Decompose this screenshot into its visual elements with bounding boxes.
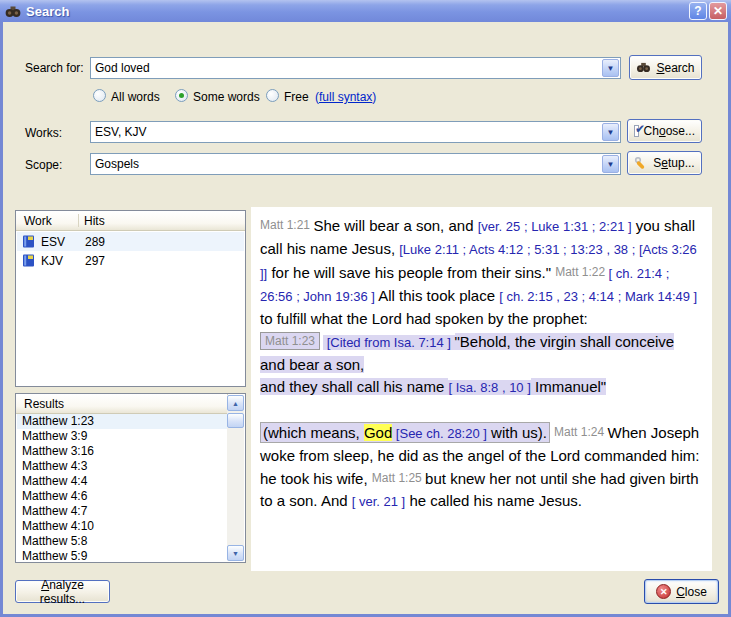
results-items: Matthew 1:23 Matthew 3:9 Matthew 3:16 Ma…: [17, 414, 227, 561]
help-button[interactable]: ?: [689, 2, 707, 20]
dialog-body: Search for: God loved ▼ Search All words…: [3, 22, 728, 614]
scroll-up-icon[interactable]: ▲: [227, 395, 244, 411]
preview-xref[interactable]: [ ch. 2:15 , 23 ; 4:14 ; Mark 14:49 ]: [499, 289, 697, 304]
list-item[interactable]: Matthew 4:7: [17, 504, 227, 519]
works-select-value[interactable]: ESV, KJV: [91, 125, 602, 139]
preview-vref: Matt 1:25: [372, 471, 425, 485]
binoculars-icon: [636, 62, 651, 73]
analyze-results-button[interactable]: Analyze results...: [15, 580, 110, 603]
hits-table: Work Hits ESV 289: [15, 210, 246, 387]
search-dropdown-arrow-icon[interactable]: ▼: [602, 59, 619, 77]
titlebar[interactable]: Search ? ✕: [0, 0, 731, 22]
work-name: ESV: [41, 235, 65, 249]
works-dropdown-arrow-icon[interactable]: ▼: [602, 123, 619, 141]
preview-xref[interactable]: [ Isa. 8:8 , 10 ]: [448, 380, 530, 395]
scroll-down-icon[interactable]: ▼: [227, 545, 244, 561]
red-x-icon: ✕: [656, 584, 671, 599]
list-item[interactable]: Matthew 5:9: [17, 549, 227, 561]
window-title: Search: [26, 4, 69, 19]
preview-text: She will bear a son, and: [313, 217, 477, 234]
setup-button-label: Setup...: [653, 156, 694, 170]
column-work[interactable]: Work: [24, 214, 52, 228]
preview-xref[interactable]: [ ver. 21 ]: [352, 494, 405, 509]
table-row[interactable]: ESV 289: [17, 232, 244, 251]
list-item[interactable]: Matthew 4:3: [17, 459, 227, 474]
preview-vref: Matt 1:22: [555, 265, 608, 279]
preview-text: (which means,: [263, 424, 364, 441]
work-name: KJV: [41, 254, 63, 268]
preview-text[interactable]: Matt 1:21 She will bear a son, and [ver.…: [251, 207, 712, 571]
list-item[interactable]: Matthew 4:4: [17, 474, 227, 489]
search-button-label: Search: [656, 61, 694, 75]
search-input[interactable]: God loved ▼: [90, 57, 621, 79]
choose-button-label: Choose...: [644, 124, 695, 138]
radio-some-words-label: Some words: [193, 90, 260, 104]
setup-scope-button[interactable]: Setup...: [627, 151, 702, 175]
radio-all-words-label: All words: [111, 90, 160, 104]
preview-xref[interactable]: [ver. 25 ; Luke 1:31 ; 2:21 ]: [478, 219, 632, 234]
column-hits[interactable]: Hits: [84, 214, 105, 228]
list-item[interactable]: Matthew 1:23: [17, 414, 227, 429]
book-icon: [22, 235, 35, 248]
search-button[interactable]: Search: [629, 55, 702, 80]
preview-text: Immanuel": [531, 378, 606, 395]
checkmark-icon: [634, 125, 639, 137]
preview-xref[interactable]: [See ch. 28:20 ]: [392, 426, 487, 441]
close-button[interactable]: ✕ Close: [644, 579, 719, 604]
results-list: Results Matthew 1:23 Matthew 3:9 Matthew…: [15, 393, 246, 563]
scope-select[interactable]: Gospels ▼: [90, 153, 621, 175]
wrench-icon: [634, 156, 648, 170]
scope-label: Scope:: [25, 158, 62, 172]
radio-all-words[interactable]: [93, 89, 106, 102]
binoculars-icon: [5, 5, 21, 18]
search-for-label: Search for:: [25, 61, 84, 75]
results-header-label: Results: [24, 397, 64, 411]
analyze-button-label: Analyze results...: [22, 578, 103, 606]
radio-free-label: Free: [284, 90, 309, 104]
preview-xref[interactable]: [Cited from Isa. 7:14 ]: [323, 335, 455, 350]
preview-verse-box: (which means, God [See ch. 28:20 ] with …: [260, 422, 550, 443]
list-item[interactable]: Matthew 5:8: [17, 534, 227, 549]
results-scrollbar[interactable]: ▲ ▼: [227, 395, 244, 561]
list-item[interactable]: Matthew 3:16: [17, 444, 227, 459]
list-item[interactable]: Matthew 4:10: [17, 519, 227, 534]
works-select[interactable]: ESV, KJV ▼: [90, 121, 621, 143]
preview-text: and they shall call his name: [260, 378, 448, 395]
preview-vref: Matt 1:23: [260, 332, 320, 350]
hit-count: 297: [85, 254, 105, 268]
choose-works-button[interactable]: Choose...: [627, 119, 702, 143]
radio-some-words[interactable]: [175, 89, 188, 102]
preview-hit: God: [364, 424, 392, 441]
hits-table-header[interactable]: Work Hits: [16, 211, 245, 231]
search-dialog: Search ? ✕ Search for: God loved ▼ Searc…: [0, 0, 731, 617]
column-separator[interactable]: [78, 214, 79, 227]
works-label: Works:: [25, 126, 62, 140]
preview-text: with us).: [487, 424, 547, 441]
list-item[interactable]: Matthew 3:9: [17, 429, 227, 444]
preview-text: to fulfill what the Lord had spoken by t…: [260, 310, 588, 327]
preview-text: All this took place: [375, 287, 499, 304]
radio-free[interactable]: [266, 89, 279, 102]
table-row[interactable]: KJV 297: [17, 251, 244, 270]
full-syntax-link[interactable]: (full syntax): [315, 90, 376, 104]
scope-dropdown-arrow-icon[interactable]: ▼: [602, 155, 619, 173]
book-icon: [22, 254, 35, 267]
close-window-button[interactable]: ✕: [709, 2, 727, 20]
preview-text: he called his name Jesus.: [405, 492, 582, 509]
preview-text: for he will save his people from their s…: [267, 264, 555, 281]
scrollbar-thumb[interactable]: [227, 413, 244, 428]
results-header[interactable]: Results: [16, 394, 228, 414]
preview-vref: Matt 1:21: [260, 218, 313, 232]
hit-count: 289: [85, 235, 105, 249]
search-input-value[interactable]: God loved: [91, 61, 602, 75]
scope-select-value[interactable]: Gospels: [91, 157, 602, 171]
close-button-label: Close: [676, 585, 707, 599]
preview-vref: Matt 1:24: [554, 425, 607, 439]
list-item[interactable]: Matthew 4:6: [17, 489, 227, 504]
